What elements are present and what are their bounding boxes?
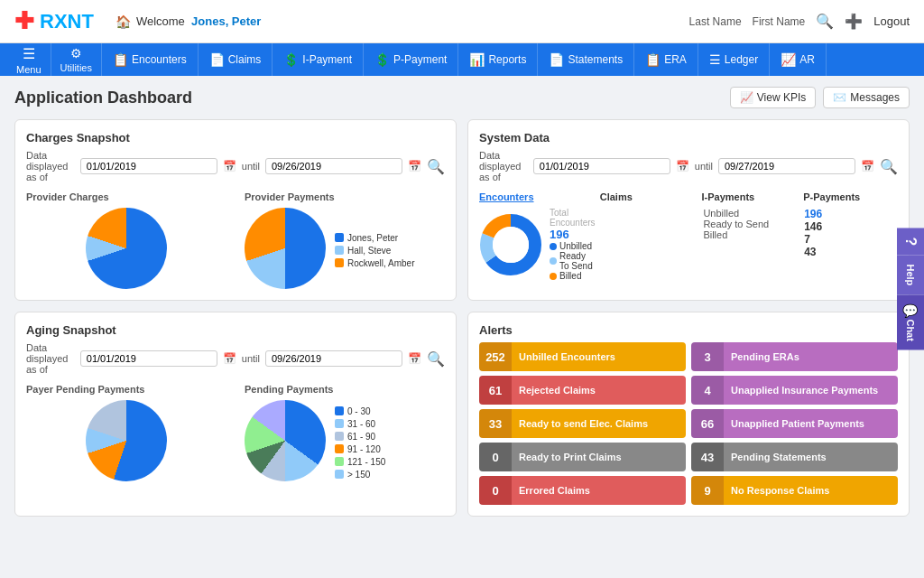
- reports-icon: 📊: [469, 52, 485, 67]
- sys-claims-header: Claims: [600, 191, 695, 202]
- system-from-cal-icon[interactable]: 📅: [676, 160, 689, 172]
- charges-to-date[interactable]: [265, 158, 402, 174]
- alert-ready-print[interactable]: 0 Ready to Print Claims: [479, 443, 686, 471]
- alert-errored-label: Errored Claims: [512, 476, 686, 505]
- alert-pending-statements[interactable]: 43 Pending Statements: [691, 443, 898, 471]
- alert-rejected-num: 61: [479, 376, 512, 405]
- charges-search-btn[interactable]: 🔍: [427, 158, 445, 175]
- alert-pending-eras-num: 3: [691, 342, 724, 371]
- nav-claims-label: Claims: [228, 53, 262, 66]
- nav-statements[interactable]: 📄 Statements: [538, 43, 634, 76]
- nav-ledger[interactable]: ☰ Ledger: [698, 43, 770, 76]
- alert-ready-print-num: 0: [479, 443, 512, 471]
- legend-item-hall: Hall, Steve: [335, 246, 414, 256]
- aging-legend-121-150: 121 - 150: [335, 457, 385, 467]
- alert-unapplied-patient[interactable]: 66 Unapplied Patient Payments: [691, 409, 898, 438]
- alert-ready-send-elec[interactable]: 33 Ready to send Elec. Claims: [479, 409, 686, 438]
- nav-ipayment[interactable]: 💲 I-Payment: [273, 43, 364, 76]
- add-icon[interactable]: ➕: [845, 13, 863, 30]
- nav-encounters[interactable]: 📋 Encounters: [102, 43, 199, 76]
- enc-unbilled-row: Unbilled: [550, 241, 596, 251]
- alert-rejected-claims[interactable]: 61 Rejected Claims: [479, 376, 686, 405]
- nav-ar[interactable]: 📈 AR: [770, 43, 827, 76]
- alerts-title: Alerts: [479, 323, 898, 337]
- aging-snapshot-card: Aging Snapshot Data displayed as of 📅 un…: [14, 312, 457, 517]
- sys-ipayments-col: Unbilled Ready to Send Billed: [703, 208, 797, 281]
- enc-unbilled-dot: [550, 243, 557, 250]
- encounters-link[interactable]: Encounters: [479, 191, 534, 202]
- charges-snapshot-card: Charges Snapshot Data displayed as of 📅 …: [14, 119, 457, 301]
- search-icon[interactable]: 🔍: [816, 13, 834, 30]
- alert-ready-send-label: Ready to send Elec. Claims: [512, 409, 686, 438]
- charges-to-cal-icon[interactable]: 📅: [408, 160, 421, 172]
- nav-reports-label: Reports: [488, 53, 526, 66]
- total-enc-val: 196: [550, 228, 596, 241]
- bottom-cards-row: Aging Snapshot Data displayed as of 📅 un…: [14, 312, 910, 517]
- charges-charts-row: Provider Charges Provider Payments Jones…: [26, 191, 445, 289]
- aging-search-btn[interactable]: 🔍: [427, 350, 445, 368]
- alert-ready-print-label: Ready to Print Claims: [512, 443, 686, 471]
- charges-from-date[interactable]: [80, 158, 217, 174]
- statements-icon: 📄: [549, 52, 564, 67]
- nav-ppayment[interactable]: 💲 P-Payment: [364, 43, 458, 76]
- aging-dot-91-120: [335, 444, 344, 453]
- help-question-button[interactable]: ?: [897, 228, 924, 255]
- payments-legend: Jones, Peter Hall, Steve Rockwell, Amber: [335, 233, 414, 268]
- alert-unbilled-num: 252: [479, 342, 512, 371]
- aging-from-cal-icon[interactable]: 📅: [223, 352, 236, 365]
- system-date-row: Data displayed as of 📅 until 📅 🔍: [479, 150, 898, 182]
- alert-no-response[interactable]: 9 No Response Claims: [691, 476, 898, 505]
- menu-utilities[interactable]: ☰ Menu: [7, 43, 51, 76]
- era-icon: 📋: [645, 52, 661, 67]
- nav-ppayment-label: P-Payment: [393, 53, 447, 66]
- payer-pending-section: Payer Pending Payments: [26, 384, 226, 481]
- nav-era[interactable]: 📋 ERA: [634, 43, 698, 76]
- alerts-left-col: 252 Unbilled Encounters 61 Rejected Clai…: [479, 342, 686, 505]
- system-to-cal-icon[interactable]: 📅: [861, 160, 874, 172]
- charges-from-cal-icon[interactable]: 📅: [223, 160, 236, 172]
- aging-legend: 0 - 30 31 - 60 61 - 90: [335, 406, 385, 480]
- page-title: Application Dashboard: [14, 89, 192, 107]
- nav-claims[interactable]: 📄 Claims: [199, 43, 273, 76]
- legend-dot-rockwell: [335, 258, 344, 267]
- alert-unapplied-insurance[interactable]: 4 Unapplied Insurance Payments: [691, 376, 898, 405]
- alert-unbilled-encounters[interactable]: 252 Unbilled Encounters: [479, 342, 686, 371]
- aging-from-date[interactable]: [80, 350, 217, 367]
- donut-hole: [493, 227, 529, 263]
- alert-pending-eras[interactable]: 3 Pending ERAs: [691, 342, 898, 371]
- encounters-icon: 📋: [113, 52, 128, 67]
- alert-pending-stmts-label: Pending Statements: [724, 443, 898, 471]
- system-search-btn[interactable]: 🔍: [880, 158, 898, 175]
- alert-errored-claims[interactable]: 0 Errored Claims: [479, 476, 686, 505]
- messages-button[interactable]: ✉️ Messages: [823, 87, 910, 108]
- provider-payments-label: Provider Payments: [245, 191, 445, 202]
- help-button[interactable]: Help: [897, 255, 924, 294]
- logout-button[interactable]: Logout: [873, 14, 910, 28]
- nav-reports[interactable]: 📊 Reports: [458, 43, 538, 76]
- encounters-donut-row: Total Encounters 196 Unbilled Ready To S…: [479, 208, 596, 281]
- last-name-label: Last Name: [689, 15, 742, 28]
- system-cols-header: Encounters Claims I-Payments P-Payments: [479, 191, 898, 202]
- payer-pending-chart: [86, 400, 167, 481]
- nav-ipayment-label: I-Payment: [302, 53, 352, 66]
- aging-to-date[interactable]: [265, 350, 402, 367]
- sys-ppayments-header: P-Payments: [803, 191, 898, 202]
- aging-dot-gt-150: [335, 470, 344, 479]
- sys-encounters-col: Total Encounters 196 Unbilled Ready To S…: [479, 208, 596, 281]
- nav-ledger-label: Ledger: [725, 53, 758, 66]
- utilities-menu[interactable]: ⚙ Utilities: [51, 43, 102, 76]
- home-icon: 🏠: [116, 14, 131, 29]
- view-kpis-button[interactable]: 📈 View KPIs: [730, 87, 816, 108]
- pending-payments-section: Pending Payments 0 - 30 31 - 60: [245, 384, 445, 481]
- aging-title: Aging Snapshot: [26, 323, 445, 337]
- aging-to-cal-icon[interactable]: 📅: [408, 352, 421, 365]
- alert-ready-send-num: 33: [479, 409, 512, 438]
- chat-button[interactable]: 💬 Chat: [897, 294, 924, 350]
- page-actions: 📈 View KPIs ✉️ Messages: [730, 87, 910, 108]
- system-from-date[interactable]: [533, 158, 670, 174]
- alert-no-response-num: 9: [691, 476, 724, 505]
- system-to-date[interactable]: [718, 158, 855, 174]
- system-data-title: System Data: [479, 131, 898, 144]
- alerts-grid: 252 Unbilled Encounters 61 Rejected Clai…: [479, 342, 898, 505]
- alert-errored-num: 0: [479, 476, 512, 505]
